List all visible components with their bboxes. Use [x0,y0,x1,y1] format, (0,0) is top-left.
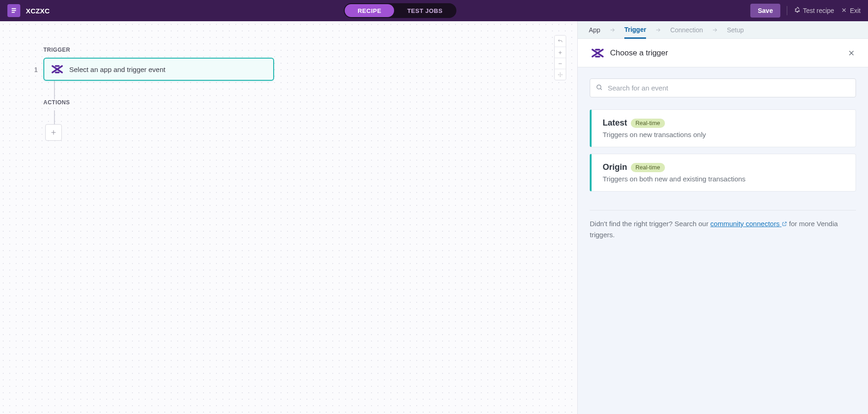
trigger-option-desc: Triggers on both new and existing transa… [603,175,844,183]
step-1-number: 1 [29,66,43,73]
undo-button[interactable] [555,36,566,47]
panel-title: Choose a trigger [610,48,844,58]
mode-toggle: RECIPE TEST JOBS [344,3,456,18]
mode-recipe[interactable]: RECIPE [345,4,394,17]
search-icon [596,84,603,92]
community-connectors-link[interactable]: community connectors [710,220,787,228]
add-action-button[interactable] [45,124,62,141]
app-header: XCZXC RECIPE TEST JOBS Save Test recipe … [0,0,868,21]
svg-point-0 [560,74,561,75]
zoom-in-button[interactable] [555,47,566,58]
arrow-icon [711,27,718,33]
connector-line [54,110,55,124]
tab-app[interactable]: App [589,21,600,38]
close-panel-button[interactable] [844,46,859,60]
tab-setup[interactable]: Setup [727,21,744,38]
realtime-badge: Real-time [631,119,665,128]
header-right: Save Test recipe Exit [750,4,861,18]
tab-trigger[interactable]: Trigger [624,22,646,39]
trigger-option-header: Latest Real-time [603,118,844,128]
svg-point-1 [597,85,601,89]
trigger-option-origin[interactable]: Origin Real-time Triggers on both new an… [590,154,856,192]
panel-body: Latest Real-time Triggers on new transac… [578,67,868,414]
fit-button[interactable] [555,69,566,80]
arrow-icon [609,27,616,33]
connector-line [54,81,55,99]
test-recipe-link[interactable]: Test recipe [794,7,834,15]
main: TRIGGER 1 Select an app and trigger even… [0,21,868,414]
recipe-name: XCZXC [26,7,50,15]
close-icon [841,7,847,15]
vendia-icon [591,46,605,60]
canvas-controls [554,35,566,80]
flow: TRIGGER 1 Select an app and trigger even… [0,47,577,141]
header-center: RECIPE TEST JOBS [50,3,750,18]
trigger-section-label: TRIGGER [43,47,577,53]
recipe-canvas[interactable]: TRIGGER 1 Select an app and trigger even… [0,21,577,414]
realtime-badge: Real-time [631,163,665,172]
zoom-out-button[interactable] [555,58,566,69]
config-panel: App Trigger Connection Setup Choose a tr… [577,21,868,414]
trigger-option-title: Latest [603,118,627,128]
external-link-icon [782,219,787,230]
panel-tabs: App Trigger Connection Setup [578,21,868,39]
hint-text: Didn't find the right trigger? Search ou… [590,219,856,240]
gear-icon [794,7,800,15]
exit-label: Exit [850,7,861,14]
trigger-card-text: Select an app and trigger event [69,66,165,73]
trigger-option-title: Origin [603,162,627,172]
trigger-option-latest[interactable]: Latest Real-time Triggers on new transac… [590,109,856,147]
tab-connection[interactable]: Connection [670,21,703,38]
step-1: 1 Select an app and trigger event [29,58,577,81]
divider [590,210,856,210]
save-button[interactable]: Save [750,4,780,18]
search-wrap [590,78,856,97]
trigger-option-header: Origin Real-time [603,162,844,172]
document-icon[interactable] [7,4,20,17]
divider [787,6,787,15]
hint-prefix: Didn't find the right trigger? Search ou… [590,220,710,228]
trigger-option-desc: Triggers on new transactions only [603,131,844,138]
mode-test-jobs[interactable]: TEST JOBS [394,4,455,17]
actions-section-label: ACTIONS [43,99,577,106]
test-recipe-label: Test recipe [803,7,834,14]
panel-title-bar: Choose a trigger [578,39,868,67]
vendia-icon [51,63,64,76]
search-input[interactable] [590,79,856,97]
exit-link[interactable]: Exit [841,7,861,15]
header-left: XCZXC [7,4,50,17]
trigger-card[interactable]: Select an app and trigger event [43,58,274,81]
arrow-icon [654,27,662,33]
